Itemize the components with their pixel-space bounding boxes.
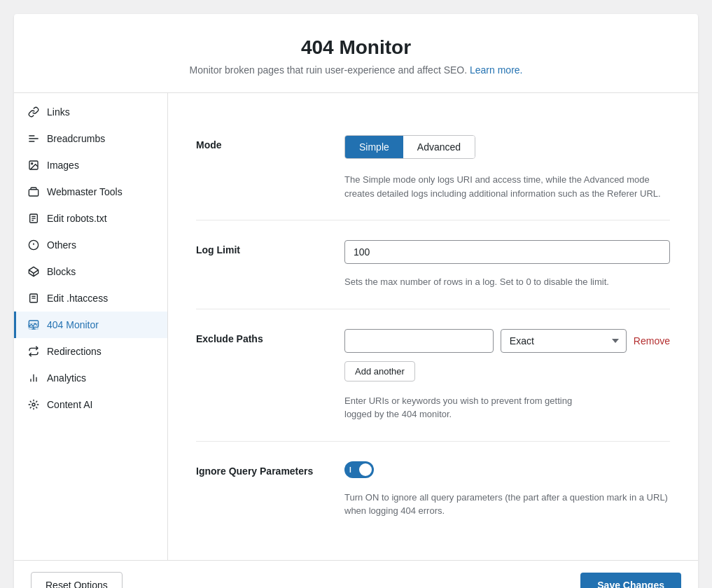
sidebar-label-images: Images bbox=[47, 160, 79, 171]
sidebar: Links Breadcrumbs Images Webmaster Tools bbox=[14, 93, 168, 560]
sidebar-item-blocks[interactable]: Blocks bbox=[14, 258, 167, 285]
sidebar-item-content-ai[interactable]: Content AI bbox=[14, 391, 167, 418]
svg-line-15 bbox=[34, 270, 39, 274]
mode-field-row: Mode Simple Advanced The Simple mode onl… bbox=[196, 115, 670, 220]
sidebar-item-analytics[interactable]: Analytics bbox=[14, 365, 167, 391]
remove-path-link[interactable]: Remove bbox=[634, 335, 670, 346]
others-icon bbox=[27, 239, 40, 251]
sidebar-item-breadcrumbs[interactable]: Breadcrumbs bbox=[14, 125, 167, 152]
sidebar-label-blocks: Blocks bbox=[47, 266, 76, 277]
app-container: 404 Monitor Monitor broken pages that ru… bbox=[14, 14, 698, 588]
sidebar-item-redirections[interactable]: Redirections bbox=[14, 338, 167, 365]
svg-point-26 bbox=[32, 403, 35, 406]
log-limit-description: Sets the max number of rows in a log. Se… bbox=[344, 275, 670, 289]
log-limit-label: Log Limit bbox=[196, 240, 322, 289]
content-ai-icon bbox=[27, 398, 40, 411]
ignore-query-field-content: I Turn ON to ignore all query parameters… bbox=[344, 461, 670, 518]
blocks-icon bbox=[27, 265, 40, 278]
toggle-thumb bbox=[359, 463, 372, 476]
reset-button[interactable]: Reset Options bbox=[31, 572, 123, 589]
toggle-track[interactable]: I bbox=[344, 461, 374, 478]
sidebar-item-edit-robots[interactable]: Edit robots.txt bbox=[14, 205, 167, 232]
mode-label: Mode bbox=[196, 135, 322, 200]
mode-description: The Simple mode only logs URI and access… bbox=[344, 173, 670, 200]
content-area: Mode Simple Advanced The Simple mode onl… bbox=[168, 93, 698, 560]
exclude-paths-row: Exact Contains Starts With Ends With Reg… bbox=[344, 329, 670, 353]
sidebar-label-404-monitor: 404 Monitor bbox=[47, 319, 99, 330]
sidebar-item-links[interactable]: Links bbox=[14, 99, 167, 125]
log-limit-field-content: Sets the max number of rows in a log. Se… bbox=[344, 240, 670, 289]
sidebar-label-redirections: Redirections bbox=[47, 346, 102, 357]
sidebar-label-others: Others bbox=[47, 239, 76, 251]
log-limit-input[interactable] bbox=[344, 240, 670, 264]
svg-line-16 bbox=[29, 270, 34, 274]
sidebar-label-links: Links bbox=[47, 106, 70, 118]
log-limit-field-row: Log Limit Sets the max number of rows in… bbox=[196, 220, 670, 309]
exclude-path-input[interactable] bbox=[344, 329, 494, 353]
toggle-on-indicator: I bbox=[349, 465, 351, 473]
add-another-button[interactable]: Add another bbox=[344, 361, 415, 382]
ignore-query-toggle[interactable]: I bbox=[344, 461, 374, 478]
page-title: 404 Monitor bbox=[28, 36, 684, 59]
sidebar-item-404-monitor[interactable]: 404 Monitor bbox=[14, 312, 167, 338]
redirections-icon bbox=[27, 345, 40, 358]
save-button[interactable]: Save Changes bbox=[580, 573, 681, 589]
images-icon bbox=[27, 159, 40, 172]
exclude-paths-field-content: Exact Contains Starts With Ends With Reg… bbox=[344, 329, 670, 421]
sidebar-item-others[interactable]: Others bbox=[14, 232, 167, 258]
robots-icon bbox=[27, 212, 40, 225]
learn-more-link[interactable]: Learn more. bbox=[470, 64, 522, 76]
exclude-paths-field-row: Exclude Paths Exact Contains Starts With… bbox=[196, 309, 670, 442]
exclude-path-match-select[interactable]: Exact Contains Starts With Ends With Reg… bbox=[501, 329, 627, 353]
mode-advanced-button[interactable]: Advanced bbox=[403, 136, 475, 158]
sidebar-label-analytics: Analytics bbox=[47, 372, 86, 384]
sidebar-label-webmaster: Webmaster Tools bbox=[47, 186, 123, 197]
sidebar-label-robots: Edit robots.txt bbox=[47, 213, 107, 224]
main-layout: Links Breadcrumbs Images Webmaster Tools bbox=[14, 93, 698, 560]
svg-point-4 bbox=[32, 163, 33, 164]
monitor-icon bbox=[27, 318, 40, 331]
sidebar-item-htaccess[interactable]: Edit .htaccess bbox=[14, 285, 167, 312]
svg-rect-5 bbox=[29, 190, 38, 196]
ignore-query-label: Ignore Query Parameters bbox=[196, 461, 322, 518]
ignore-query-field-row: Ignore Query Parameters I Turn ON to ign… bbox=[196, 442, 670, 538]
page-header: 404 Monitor Monitor broken pages that ru… bbox=[14, 14, 698, 93]
sidebar-item-webmaster-tools[interactable]: Webmaster Tools bbox=[14, 178, 167, 205]
mode-field-content: Simple Advanced The Simple mode only log… bbox=[344, 135, 670, 200]
ignore-query-description: Turn ON to ignore all query parameters (… bbox=[344, 491, 670, 518]
mode-toggle: Simple Advanced bbox=[344, 135, 475, 159]
sidebar-label-htaccess: Edit .htaccess bbox=[47, 293, 108, 304]
webmaster-icon bbox=[27, 186, 40, 198]
sidebar-label-content-ai: Content AI bbox=[47, 399, 92, 410]
exclude-paths-description: Enter URIs or keywords you wish to preve… bbox=[344, 394, 670, 421]
htaccess-icon bbox=[27, 292, 40, 304]
links-icon bbox=[27, 106, 40, 118]
breadcrumbs-icon bbox=[27, 132, 40, 145]
exclude-paths-label: Exclude Paths bbox=[196, 329, 322, 421]
header-description: Monitor broken pages that ruin user-expe… bbox=[28, 64, 684, 76]
footer-bar: Reset Options Save Changes bbox=[14, 560, 698, 589]
mode-simple-button[interactable]: Simple bbox=[345, 136, 403, 158]
sidebar-label-breadcrumbs: Breadcrumbs bbox=[47, 133, 105, 144]
analytics-icon bbox=[27, 372, 40, 384]
settings-section: Mode Simple Advanced The Simple mode onl… bbox=[168, 93, 698, 560]
sidebar-item-images[interactable]: Images bbox=[14, 152, 167, 178]
